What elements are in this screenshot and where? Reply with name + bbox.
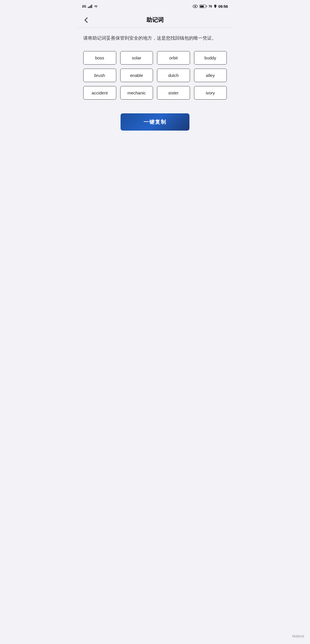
mnemonic-word-11: sister <box>157 86 190 100</box>
battery-percent: 76 <box>209 5 212 8</box>
status-right: 76 09:56 <box>193 4 228 9</box>
mnemonic-word-6: enable <box>120 69 153 82</box>
page-title: 助记词 <box>146 16 164 24</box>
mnemonic-word-1: boss <box>83 51 116 65</box>
copy-button[interactable]: 一键复制 <box>121 113 189 131</box>
mnemonic-word-8: alley <box>194 69 227 82</box>
time-display: 09:56 <box>218 4 228 9</box>
mnemonic-word-3: orbit <box>157 51 190 65</box>
back-arrow-icon <box>83 17 89 24</box>
wifi-icon <box>94 5 98 8</box>
mnemonic-grid: bosssolarorbitbuddybrushenabledutchalley… <box>83 51 227 100</box>
mnemonic-word-9: accident <box>83 86 116 100</box>
status-bar: 2G 76 09:56 <box>78 0 232 13</box>
description-text: 请将助记词妥善保管到安全的地方，这是您找回钱包的唯一凭证。 <box>83 34 227 42</box>
header: 助记词 <box>78 13 232 28</box>
mnemonic-word-10: mechanic <box>120 86 153 100</box>
leaf-icon <box>214 4 217 8</box>
svg-point-1 <box>194 6 196 7</box>
copy-button-wrapper: 一键复制 <box>83 113 227 131</box>
network-type: 2G <box>82 5 86 8</box>
main-content: 请将助记词妥善保管到安全的地方，这是您找回钱包的唯一凭证。 bosssolaro… <box>78 28 232 149</box>
mnemonic-word-4: buddy <box>194 51 227 65</box>
mnemonic-word-12: ivory <box>194 86 227 100</box>
signal-icon <box>88 5 92 8</box>
status-left: 2G <box>82 5 98 8</box>
mnemonic-word-2: solar <box>120 51 153 65</box>
eye-icon <box>193 5 198 8</box>
battery-icon <box>199 5 207 8</box>
mnemonic-word-7: dutch <box>157 69 190 82</box>
mnemonic-word-5: brush <box>83 69 116 82</box>
back-button[interactable] <box>83 17 89 24</box>
